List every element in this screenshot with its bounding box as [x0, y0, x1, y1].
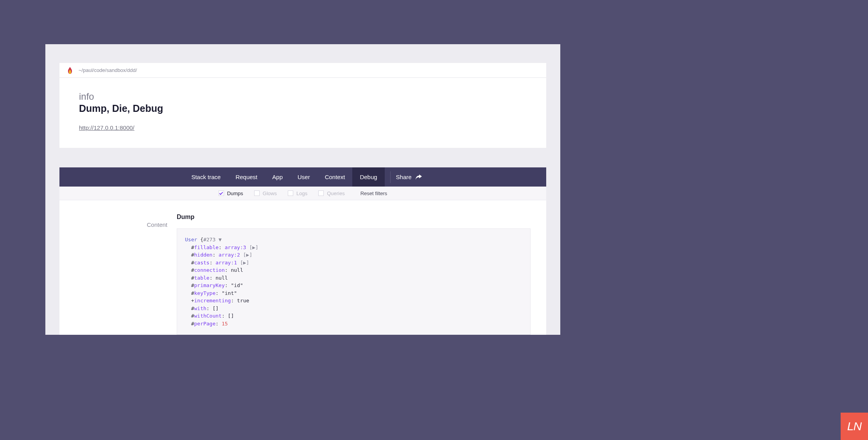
tab-app[interactable]: App	[265, 167, 290, 187]
tab-user[interactable]: User	[290, 167, 317, 187]
error-title: Dump, Die, Debug	[79, 103, 527, 114]
watermark-badge: LN	[841, 413, 868, 440]
tab-debug[interactable]: Debug	[352, 167, 384, 187]
filter-dumps[interactable]: Dumps	[219, 190, 243, 196]
debug-panel: Stack traceRequestAppUserContextDebug Sh…	[59, 167, 546, 335]
share-arrow-icon	[416, 174, 422, 180]
path-bar: ~/paul/code/sandbox/ddd/	[59, 63, 546, 78]
share-button[interactable]: Share	[396, 174, 422, 180]
project-path: ~/paul/code/sandbox/ddd/	[79, 67, 137, 73]
flame-icon	[67, 67, 73, 74]
dump-heading: Dump	[177, 214, 531, 221]
dump-code-block[interactable]: User {#273 ▼ #fillable: array:3 [▶] #hid…	[177, 228, 531, 335]
checkbox-icon	[254, 190, 260, 196]
error-url[interactable]: http://127.0.0.1:8000/	[79, 124, 135, 131]
filter-logs[interactable]: Logs	[288, 190, 307, 196]
filter-glows[interactable]: Glows	[254, 190, 277, 196]
tab-context[interactable]: Context	[317, 167, 353, 187]
tab-stack-trace[interactable]: Stack trace	[184, 167, 228, 187]
checkbox-icon	[288, 190, 293, 196]
checkbox-icon	[219, 190, 224, 196]
filter-queries[interactable]: Queries	[318, 190, 345, 196]
checkbox-icon	[318, 190, 324, 196]
tab-request[interactable]: Request	[228, 167, 265, 187]
nav-divider	[390, 171, 391, 183]
reset-filters-link[interactable]: Reset filters	[360, 190, 387, 196]
content-label: Content	[75, 221, 167, 228]
filter-bar: DumpsGlowsLogsQueries Reset filters	[59, 187, 546, 200]
nav-bar: Stack traceRequestAppUserContextDebug Sh…	[59, 167, 546, 187]
error-category: info	[79, 91, 527, 102]
error-card: info Dump, Die, Debug http://127.0.0.1:8…	[59, 78, 546, 148]
